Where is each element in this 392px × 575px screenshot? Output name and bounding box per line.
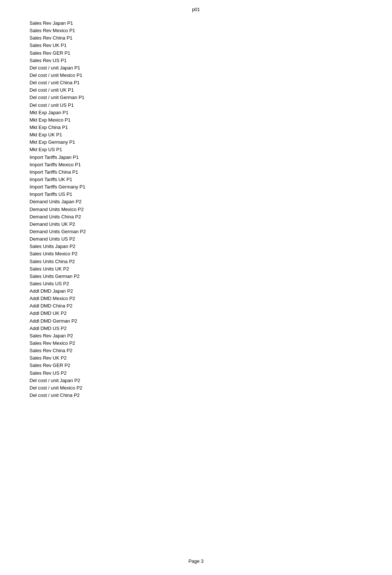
list-item: Demand Units German P2 [30, 228, 362, 235]
list-item: Import Tariffs US P1 [30, 191, 362, 198]
list-item: Addl DMD Japan P2 [30, 288, 362, 295]
list-item: Mkt Exp UK P1 [30, 131, 362, 139]
list-item: Sales Rev UK P1 [30, 42, 362, 49]
list-item: Addl DMD China P2 [30, 302, 362, 310]
content-area: Sales Rev Japan P1Sales Rev Mexico P1Sal… [0, 16, 392, 421]
list-item: Sales Rev UK P2 [30, 354, 362, 362]
list-item: Del cost / unit Mexico P2 [30, 384, 362, 392]
list-item: Del cost / unit German P1 [30, 94, 362, 101]
list-item: Sales Rev China P1 [30, 34, 362, 42]
list-item: Sales Rev China P2 [30, 347, 362, 354]
list-item: Import Tariffs China P1 [30, 169, 362, 176]
list-item: Del cost / unit China P2 [30, 392, 362, 399]
list-item: Del cost / unit Japan P1 [30, 64, 362, 72]
list-item: Del cost / unit US P1 [30, 102, 362, 109]
page-footer: Page 3 [0, 558, 392, 564]
list-item: Sales Units Mexico P2 [30, 250, 362, 258]
list-item: Sales Rev Japan P2 [30, 332, 362, 340]
list-item: Sales Units US P2 [30, 280, 362, 288]
list-item: Sales Rev GER P2 [30, 362, 362, 369]
header-label: p01 [192, 7, 200, 12]
footer-label: Page 3 [188, 558, 203, 564]
list-item: Demand Units Japan P2 [30, 198, 362, 205]
list-item: Sales Rev US P1 [30, 57, 362, 64]
list-item: Sales Rev US P2 [30, 370, 362, 377]
list-item: Sales Units German P2 [30, 273, 362, 280]
list-item: Mkt Exp Germany P1 [30, 139, 362, 146]
list-item: Demand Units Mexico P2 [30, 206, 362, 213]
page-header: p01 [0, 0, 392, 16]
list-item: Mkt Exp China P1 [30, 124, 362, 131]
list-item: Mkt Exp US P1 [30, 146, 362, 153]
list-item: Sales Units China P2 [30, 258, 362, 265]
list-item: Sales Rev Mexico P1 [30, 27, 362, 34]
list-item: Import Tariffs Mexico P1 [30, 161, 362, 169]
list-item: Sales Rev Mexico P2 [30, 340, 362, 347]
list-item: Del cost / unit China P1 [30, 79, 362, 86]
list-item: Sales Units UK P2 [30, 265, 362, 273]
list-item: Del cost / unit Mexico P1 [30, 72, 362, 79]
list-item: Sales Rev GER P1 [30, 50, 362, 57]
list-item: Del cost / unit Japan P2 [30, 377, 362, 384]
list-item: Addl DMD US P2 [30, 325, 362, 332]
list-item: Addl DMD Mexico P2 [30, 295, 362, 302]
list-item: Import Tariffs Germany P1 [30, 183, 362, 191]
list-item: Demand Units US P2 [30, 235, 362, 243]
list-item: Addl DMD German P2 [30, 317, 362, 325]
list-item: Demand Units UK P2 [30, 221, 362, 228]
list-item: Del cost / unit UK P1 [30, 86, 362, 94]
list-item: Mkt Exp Mexico P1 [30, 116, 362, 124]
list-item: Sales Units Japan P2 [30, 243, 362, 250]
list-item: Import Tariffs UK P1 [30, 176, 362, 183]
list-item: Addl DMD UK P2 [30, 310, 362, 317]
list-item: Sales Rev Japan P1 [30, 20, 362, 27]
list-item: Demand Units China P2 [30, 213, 362, 221]
list-item: Import Tariffs Japan P1 [30, 154, 362, 161]
list-item: Mkt Exp Japan P1 [30, 109, 362, 116]
